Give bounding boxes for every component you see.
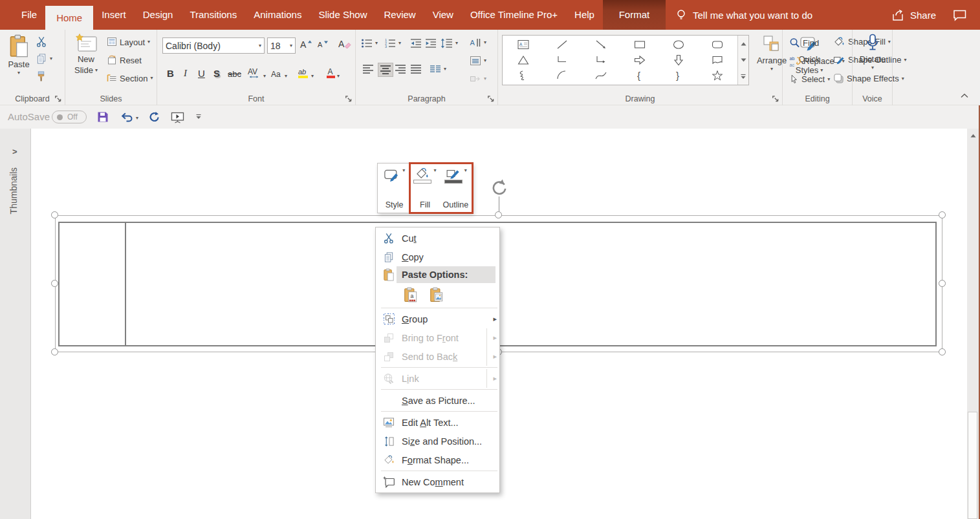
menu-item-size-and-position[interactable]: Size and Position... — [376, 432, 499, 450]
shape-triangle[interactable] — [504, 52, 543, 68]
menu-item-link[interactable]: Link▸ — [376, 369, 499, 388]
shape-flowchart-document[interactable] — [698, 52, 737, 68]
reset-button[interactable]: Reset — [107, 55, 142, 65]
gallery-scroll-down-button[interactable] — [738, 52, 748, 68]
shape-star[interactable] — [698, 68, 737, 83]
menu-item-new-comment[interactable]: New Comment — [376, 472, 499, 491]
selection-handle-bottom-right[interactable] — [939, 348, 946, 355]
mini-style-button[interactable]: ▾ Style — [379, 167, 409, 211]
gallery-more-button[interactable] — [738, 69, 748, 85]
start-from-beginning-button[interactable] — [171, 111, 184, 123]
copy-button[interactable]: ▾ — [36, 53, 52, 65]
increase-font-size-button[interactable]: A — [299, 39, 313, 50]
shape-elbow-arrow-connector[interactable] — [582, 52, 620, 68]
increase-indent-button[interactable] — [425, 38, 437, 48]
section-button[interactable]: Section▾ — [107, 73, 153, 83]
menu-item-cut[interactable]: Cut — [376, 229, 499, 248]
text-direction-button[interactable]: A▾ — [470, 37, 486, 48]
paste-option-keep-text-only[interactable]: a — [402, 286, 420, 304]
shape-right-brace[interactable]: } — [659, 68, 698, 83]
menu-item-bring-to-front[interactable]: Bring to Front▸ — [376, 328, 499, 347]
line-spacing-button[interactable]: ▾ — [441, 38, 458, 48]
selection-handle-top-middle[interactable] — [495, 211, 502, 218]
selection-handle-middle-right[interactable] — [939, 280, 946, 287]
layout-button[interactable]: Layout▾ — [107, 37, 150, 47]
justify-button[interactable] — [410, 64, 422, 74]
tab-review[interactable]: Review — [375, 0, 424, 30]
align-right-button[interactable] — [395, 64, 406, 74]
scroll-up-button[interactable] — [967, 130, 979, 142]
shape-down-arrow[interactable] — [659, 52, 698, 68]
align-text-button[interactable]: ▾ — [470, 56, 486, 66]
tab-transitions[interactable]: Transitions — [181, 0, 245, 30]
select-button[interactable]: Select▾ — [789, 74, 830, 85]
shape-scribble[interactable] — [504, 68, 543, 83]
cut-button[interactable] — [36, 36, 47, 47]
tab-help[interactable]: Help — [566, 0, 603, 30]
shape-line[interactable] — [543, 37, 582, 52]
shape-arc[interactable] — [543, 68, 582, 83]
columns-button[interactable]: ▾ — [430, 64, 446, 74]
tab-view[interactable]: View — [424, 0, 462, 30]
align-center-button[interactable] — [378, 63, 393, 77]
tab-home[interactable]: Home — [45, 6, 93, 30]
italic-button[interactable]: I — [182, 63, 189, 80]
shape-curve[interactable] — [582, 68, 620, 83]
shape-right-arrow[interactable] — [620, 52, 659, 68]
tab-animations[interactable]: Animations — [245, 0, 310, 30]
menu-item-copy[interactable]: Copy — [376, 248, 499, 266]
menu-item-edit-alt-text[interactable]: Edit Alt Text... — [376, 413, 499, 432]
underline-button[interactable]: U — [196, 63, 207, 80]
selection-handle-top-left[interactable] — [51, 211, 58, 218]
customize-qat-button[interactable] — [195, 114, 202, 120]
undo-button[interactable] — [120, 112, 133, 123]
gallery-scroll-up-button[interactable] — [738, 36, 748, 52]
strikethrough-button[interactable]: abc — [226, 63, 243, 80]
bold-button[interactable]: B — [165, 63, 176, 80]
collapse-ribbon-button[interactable] — [960, 93, 973, 102]
thumbnails-panel-label[interactable]: Thumbnails — [8, 167, 19, 214]
redo-button[interactable] — [149, 111, 160, 123]
numbering-button[interactable]: 123▾ — [384, 38, 401, 48]
tab-file[interactable]: File — [13, 0, 45, 30]
replace-button[interactable]: abacReplace▾ — [789, 56, 845, 67]
drawing-dialog-launcher[interactable] — [772, 95, 779, 103]
scrollbar-thumb[interactable] — [968, 412, 977, 519]
align-left-button[interactable] — [362, 64, 374, 74]
selection-handle-top-right[interactable] — [939, 211, 946, 218]
shape-rectangle[interactable] — [620, 37, 659, 52]
comments-icon[interactable] — [953, 9, 967, 21]
expand-thumbnails-chevron-icon[interactable]: > — [12, 147, 17, 156]
vertical-scrollbar[interactable] — [967, 129, 979, 519]
clear-formatting-button[interactable]: A — [338, 38, 351, 49]
tab-slide-show[interactable]: Slide Show — [310, 0, 375, 30]
mini-fill-button[interactable]: ▾ Fill — [409, 167, 440, 211]
font-size-combo[interactable]: 18▾ — [267, 37, 296, 54]
shape-left-brace[interactable]: { — [620, 68, 659, 83]
shape-arrow[interactable] — [582, 37, 620, 52]
paste-option-picture[interactable] — [428, 286, 446, 304]
selection-handle-middle-left[interactable] — [51, 280, 58, 287]
tab-office-timeline-pro[interactable]: Office Timeline Pro+ — [462, 0, 566, 30]
character-spacing-button[interactable]: AV▾ — [245, 63, 268, 80]
save-button[interactable] — [97, 111, 109, 123]
menu-item-group[interactable]: Group▸ — [376, 310, 499, 328]
menu-item-paste-options[interactable]: Paste Options: — [376, 266, 499, 283]
tab-design[interactable]: Design — [135, 0, 182, 30]
undo-dropdown-arrow[interactable]: ▾ — [136, 116, 138, 121]
new-slide-button[interactable]: New Slide▾ — [69, 34, 103, 75]
paragraph-dialog-launcher[interactable] — [487, 95, 495, 103]
font-family-combo[interactable]: Calibri (Body)▾ — [162, 37, 265, 54]
shape-rounded-rectangle[interactable] — [698, 37, 737, 52]
shape-text-box[interactable]: A — [504, 37, 543, 52]
text-shadow-button[interactable]: S — [212, 63, 222, 80]
change-case-button[interactable]: Aa▾ — [268, 63, 289, 80]
share-button[interactable]: Share — [891, 9, 936, 21]
tell-me-box[interactable]: Tell me what you want to do — [675, 0, 812, 30]
format-painter-button[interactable] — [36, 70, 46, 82]
selection-handle-bottom-left[interactable] — [51, 348, 58, 355]
mini-outline-button[interactable]: ▾ Outline — [441, 167, 471, 211]
rotate-handle-icon[interactable] — [490, 178, 508, 197]
autosave-toggle[interactable]: Off — [52, 111, 87, 123]
tab-insert[interactable]: Insert — [93, 0, 135, 30]
